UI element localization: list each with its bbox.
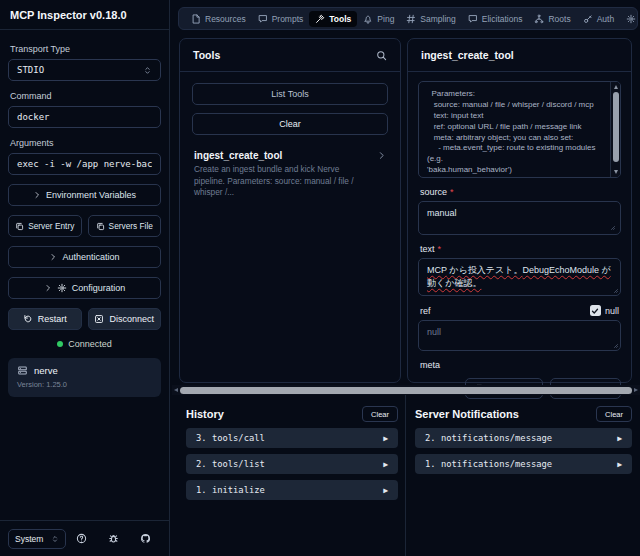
gear-icon (57, 283, 67, 293)
list-tools-button[interactable]: List Tools (192, 83, 388, 105)
restart-label: Restart (38, 314, 67, 324)
chevron-right-icon (33, 191, 41, 199)
connection-status-label: Connected (68, 339, 112, 349)
tab-auth[interactable]: Auth (577, 11, 621, 27)
x-square-icon (94, 314, 104, 324)
connection-buttons-row: Restart Disconnect (8, 308, 161, 330)
server-entry-button[interactable]: Server Entry (8, 215, 82, 237)
search-icon[interactable] (376, 50, 387, 61)
scrollbar-thumb[interactable] (180, 387, 632, 394)
servers-file-button[interactable]: Servers File (88, 215, 162, 237)
tools-panel-title: Tools (193, 49, 220, 61)
scroll-up-arrow-icon[interactable] (614, 85, 618, 89)
scroll-right-arrow-icon[interactable] (634, 388, 638, 392)
meta-label-text: meta (420, 360, 440, 370)
message-square-icon (468, 14, 478, 24)
chevron-right-icon (44, 284, 52, 292)
authentication-button[interactable]: Authentication (8, 246, 161, 268)
disconnect-button[interactable]: Disconnect (88, 308, 162, 330)
server-file-row: Server Entry Servers File (8, 215, 161, 237)
required-asterisk: * (438, 244, 442, 254)
file-icon (191, 14, 201, 24)
history-title: History (186, 408, 224, 420)
notification-item-label: 1. notifications/message (425, 459, 552, 469)
help-icon[interactable] (76, 533, 87, 544)
tool-detail-body: Parameters: source: manual / file / whis… (408, 72, 631, 399)
scroll-left-arrow-icon[interactable] (174, 388, 178, 392)
tab-label: Auth (597, 14, 615, 24)
notification-item[interactable]: 2. notifications/message ▶ (415, 428, 632, 448)
scrollbar-thumb[interactable] (613, 92, 619, 162)
command-input[interactable] (8, 106, 161, 128)
sidebar-footer: System (0, 520, 169, 556)
theme-select-value: System (15, 534, 43, 544)
tab-ping[interactable]: Ping (357, 11, 400, 27)
notification-item[interactable]: 1. notifications/message ▶ (415, 454, 632, 474)
expand-arrow-icon: ▶ (383, 434, 388, 443)
configuration-button[interactable]: Configuration (8, 277, 161, 299)
transport-type-label: Transport Type (10, 44, 159, 54)
tab-label: Tools (329, 14, 351, 24)
connected-server-card: nerve Version: 1.25.0 (8, 358, 161, 397)
source-textarea[interactable]: manual (418, 201, 621, 235)
resize-grip-icon[interactable] (611, 341, 619, 349)
main-horizontal-scrollbar[interactable] (172, 385, 640, 395)
copy-icon (96, 222, 105, 231)
tools-panel: Tools List Tools Clear ingest_create_too… (179, 38, 401, 383)
environment-variables-button[interactable]: Environment Variables (8, 184, 161, 206)
tab-sampling[interactable]: Sampling (400, 11, 461, 27)
resize-grip-icon[interactable] (611, 286, 619, 294)
meta-field-label: meta (420, 360, 619, 370)
copy-icon (15, 222, 24, 231)
ref-textarea[interactable]: null (418, 320, 621, 351)
connection-status: Connected (8, 339, 161, 349)
history-item[interactable]: 3. tools/call ▶ (186, 428, 398, 448)
clear-notifications-button[interactable]: Clear (596, 406, 632, 422)
tool-name: ingest_create_tool (194, 150, 386, 161)
description-scrollbar[interactable] (610, 82, 620, 177)
tool-detail-title: ingest_create_tool (421, 49, 514, 61)
text-label-text: text (420, 244, 435, 254)
null-checkbox[interactable] (590, 305, 601, 316)
tab-label: Ping (377, 14, 394, 24)
text-value-part: から投入テスト。 (447, 265, 523, 275)
clear-tools-button[interactable]: Clear (192, 113, 388, 135)
ref-value: null (427, 327, 441, 337)
hammer-icon (315, 14, 325, 24)
tab-label: Prompts (272, 14, 304, 24)
arguments-label: Arguments (10, 138, 159, 148)
text-field-label: text * (420, 244, 619, 254)
github-icon[interactable] (140, 533, 151, 544)
scroll-down-arrow-icon[interactable] (614, 170, 618, 174)
chevron-right-icon (377, 151, 386, 160)
tab-label: Resources (205, 14, 246, 24)
tool-description-box: Parameters: source: manual / file / whis… (418, 81, 621, 178)
tools-panel-header: Tools (180, 39, 400, 72)
clear-history-button[interactable]: Clear (362, 406, 398, 422)
tab-resources[interactable]: Resources (185, 11, 252, 27)
history-item[interactable]: 2. tools/list ▶ (186, 454, 398, 474)
ref-field-row: ref null (420, 305, 619, 316)
tab-tools[interactable]: Tools (309, 11, 357, 27)
server-notifications-panel: Server Notifications Clear 2. notificati… (406, 398, 640, 556)
tab-metadata[interactable]: Metadata (620, 11, 640, 27)
null-toggle: null (590, 305, 619, 316)
resize-grip-icon[interactable] (608, 223, 616, 231)
notifications-title: Server Notifications (415, 408, 519, 420)
tool-list-item[interactable]: ingest_create_tool Create an ingest bund… (192, 150, 388, 199)
text-value-part: DebugEchoModule (522, 265, 599, 275)
restart-button[interactable]: Restart (8, 308, 82, 330)
text-textarea[interactable]: MCP から投入テスト。DebugEchoModule が動くか確認。 (418, 258, 621, 296)
bug-icon[interactable] (108, 533, 119, 544)
message-square-icon (258, 14, 268, 24)
arguments-input[interactable] (8, 153, 161, 175)
theme-select[interactable]: System (8, 529, 66, 549)
history-item[interactable]: 1. initialize ▶ (186, 480, 398, 500)
tab-elicitations[interactable]: Elicitations (462, 11, 529, 27)
ref-field-label: ref (420, 306, 431, 316)
tab-prompts[interactable]: Prompts (252, 11, 310, 27)
tab-label: Roots (548, 14, 570, 24)
transport-type-select[interactable]: STDIO (8, 59, 161, 81)
tool-description: Create an ingest bundle and kick Nerve p… (194, 164, 386, 199)
tab-roots[interactable]: Roots (528, 11, 576, 27)
